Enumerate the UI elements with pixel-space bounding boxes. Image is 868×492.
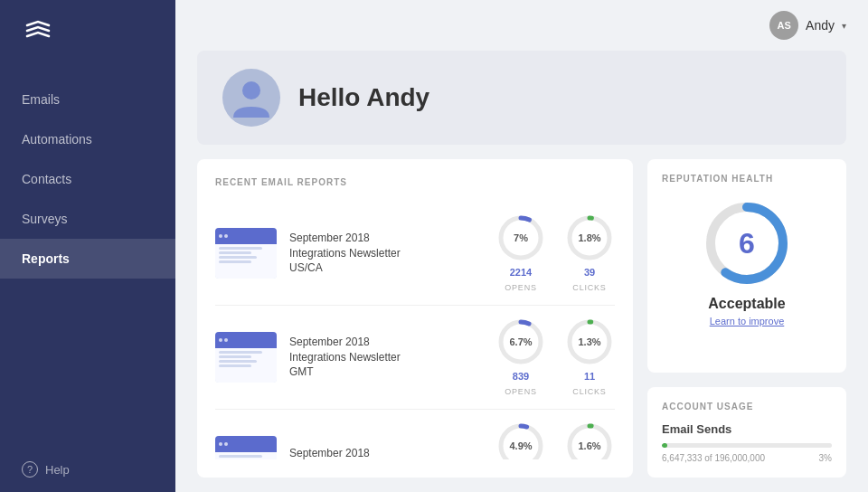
right-column: REPUTATION HEALTH 6 Acceptable Learn to … <box>647 159 846 478</box>
report-name: September 2018Integrations NewsletterUS/… <box>289 231 483 276</box>
opens-value: 2214 <box>505 267 537 278</box>
opens-pct: 4.9% <box>509 440 532 451</box>
sidebar-item-reports[interactable]: Reports <box>0 239 175 279</box>
clicks-value: 39 <box>572 267 606 278</box>
recent-reports-card: RECENT EMAIL REPORTS September 2018Integ… <box>197 159 633 478</box>
sidebar-item-surveys[interactable]: Surveys <box>0 199 175 239</box>
welcome-avatar <box>222 69 280 127</box>
svg-point-0 <box>242 81 260 99</box>
reputation-title: REPUTATION HEALTH <box>662 174 832 184</box>
report-item[interactable]: September 2018Integrations NewsletterUS/… <box>215 202 615 306</box>
report-stats: 4.9% 1835 OPENS 1.6% 62 CLICKS <box>495 421 615 459</box>
account-usage-card: ACCOUNT USAGE Email Sends 6,647,333 of 1… <box>647 387 846 478</box>
welcome-banner: Hello Andy <box>197 51 846 145</box>
report-name: September 2018Integrations Newsletter <box>289 446 483 459</box>
header: AS Andy ▾ <box>175 0 868 51</box>
page-title: Hello Andy <box>298 83 429 112</box>
user-menu[interactable]: AS Andy ▾ <box>769 11 846 40</box>
opens-label: OPENS <box>505 283 537 292</box>
opens-stat: 6.7% 839 OPENS <box>495 317 546 398</box>
usage-detail: 6,647,333 of 196,000,000 3% <box>662 453 832 463</box>
sidebar-item-automations[interactable]: Automations <box>0 119 175 159</box>
opens-value: 839 <box>505 371 537 382</box>
help-icon: ? <box>22 461 38 478</box>
reputation-card: REPUTATION HEALTH 6 Acceptable Learn to … <box>647 159 846 373</box>
report-thumbnail <box>215 436 277 459</box>
opens-pct: 6.7% <box>509 336 532 347</box>
clicks-donut: 1.3% <box>564 317 615 367</box>
email-sends-fill <box>662 443 667 448</box>
sidebar-item-emails[interactable]: Emails <box>0 80 175 119</box>
report-item[interactable]: September 2018Integrations Newsletter 4.… <box>215 410 615 459</box>
sidebar-nav: Emails Automations Contacts Surveys Repo… <box>0 80 175 447</box>
report-stats: 7% 2214 OPENS 1.8% 39 CLICKS <box>495 213 615 294</box>
opens-stat: 4.9% 1835 OPENS <box>495 421 546 459</box>
email-sends-label: Email Sends <box>662 422 832 436</box>
usage-pct: 3% <box>819 453 832 463</box>
avatar: AS <box>769 11 798 40</box>
sidebar-item-contacts[interactable]: Contacts <box>0 159 175 199</box>
clicks-value: 11 <box>572 371 606 382</box>
opens-donut: 4.9% <box>495 421 546 459</box>
clicks-stat: 1.8% 39 CLICKS <box>564 213 615 294</box>
sidebar: Emails Automations Contacts Surveys Repo… <box>0 0 175 492</box>
opens-donut: 6.7% <box>495 317 546 367</box>
chevron-down-icon: ▾ <box>842 21 846 31</box>
report-stats: 6.7% 839 OPENS 1.3% 11 CLICKS <box>495 317 615 398</box>
user-name: Andy <box>806 18 835 33</box>
opens-donut: 7% <box>495 213 546 263</box>
clicks-pct: 1.6% <box>578 440 600 451</box>
clicks-donut: 1.6% <box>564 421 615 459</box>
opens-stat: 7% 2214 OPENS <box>495 213 546 294</box>
clicks-pct: 1.8% <box>578 232 600 243</box>
clicks-donut: 1.8% <box>564 213 615 263</box>
reputation-status: Acceptable <box>662 296 832 312</box>
reputation-link[interactable]: Learn to improve <box>662 316 832 326</box>
account-usage-title: ACCOUNT USAGE <box>662 402 832 412</box>
report-name: September 2018Integrations NewsletterGMT <box>289 335 483 380</box>
report-info: September 2018Integrations NewsletterGMT <box>289 335 483 380</box>
reputation-donut: 6 <box>702 198 792 289</box>
report-info: September 2018Integrations Newsletter <box>289 446 483 459</box>
clicks-label: CLICKS <box>572 387 606 396</box>
report-list: September 2018Integrations NewsletterUS/… <box>215 202 615 459</box>
usage-count: 6,647,333 of 196,000,000 <box>662 453 765 463</box>
clicks-stat: 1.6% 62 CLICKS <box>564 421 615 459</box>
page-content: Hello Andy RECENT EMAIL REPORTS Septembe… <box>175 51 868 492</box>
reports-card-title: RECENT EMAIL REPORTS <box>215 177 615 187</box>
email-sends-bar <box>662 443 832 448</box>
opens-pct: 7% <box>514 232 528 243</box>
reputation-score: 6 <box>739 227 755 260</box>
report-thumbnail <box>215 332 277 383</box>
dashboard-columns: RECENT EMAIL REPORTS September 2018Integ… <box>197 159 846 478</box>
main-content: AS Andy ▾ Hello Andy RECENT EMAIL REPORT… <box>175 0 868 492</box>
report-thumbnail <box>215 228 277 279</box>
help-button[interactable]: ? Help <box>0 447 175 492</box>
clicks-stat: 1.3% 11 CLICKS <box>564 317 615 398</box>
opens-label: OPENS <box>505 387 537 396</box>
report-info: September 2018Integrations NewsletterUS/… <box>289 231 483 276</box>
clicks-pct: 1.3% <box>578 336 600 347</box>
report-item[interactable]: September 2018Integrations NewsletterGMT… <box>215 306 615 410</box>
logo[interactable] <box>0 0 175 72</box>
clicks-label: CLICKS <box>572 283 606 292</box>
